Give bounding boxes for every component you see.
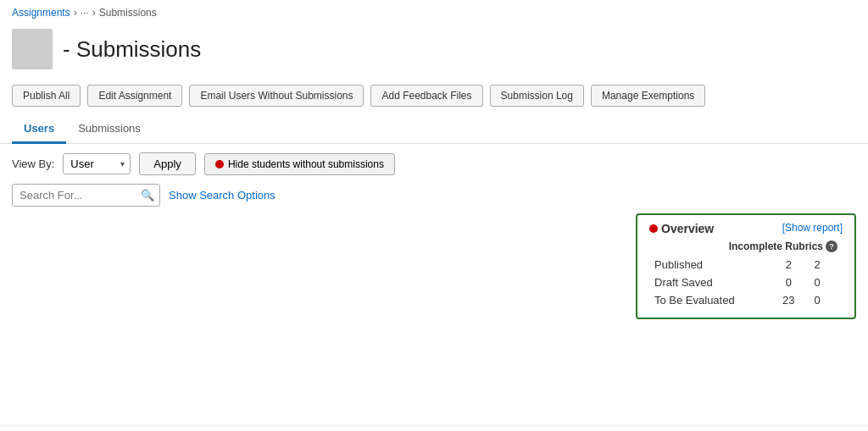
view-by-select-wrapper: User Group ▾	[63, 153, 131, 174]
manage-exemptions-button[interactable]: Manage Exemptions	[591, 85, 705, 107]
show-report-link[interactable]: [Show report]	[782, 222, 843, 234]
search-row: 🔍 Show Search Options	[0, 180, 868, 213]
breadcrumb-assignments-link[interactable]: Assignments	[12, 7, 70, 19]
overview-row-draft: Draft Saved 0 0	[649, 274, 843, 291]
view-by-select[interactable]: User Group	[63, 153, 131, 174]
main-content-area: Overview [Show report] Overview Incomple…	[0, 213, 868, 323]
breadcrumb-ellipsis: ···	[81, 7, 89, 19]
toolbar: Publish All Edit Assignment Email Users …	[0, 78, 868, 113]
overview-tobe-label: To Be Evaluated	[649, 291, 773, 309]
submission-log-button[interactable]: Submission Log	[490, 85, 584, 107]
search-input[interactable]	[12, 184, 160, 207]
add-feedback-button[interactable]: Add Feedback Files	[370, 85, 482, 107]
publish-all-button[interactable]: Publish All	[12, 85, 81, 107]
overview-draft-label: Draft Saved	[649, 274, 773, 291]
filter-row: View By: User Group ▾ Apply Hide student…	[0, 144, 868, 180]
overview-tobe-incomplete: 0	[804, 291, 843, 309]
page-title-row: - Submissions	[0, 25, 868, 78]
overview-table: Published 2 2 Draft Saved 0 0 To Be Eval…	[649, 256, 843, 309]
overview-row-tobe: To Be Evaluated 23 0	[649, 291, 843, 309]
overview-col-headers: Overview Incomplete Rubrics ?	[649, 240, 843, 256]
email-users-button[interactable]: Email Users Without Submissions	[189, 85, 364, 107]
search-input-wrapper: 🔍	[12, 184, 160, 207]
edit-assignment-button[interactable]: Edit Assignment	[87, 85, 182, 107]
overview-published-incomplete: 2	[804, 256, 843, 274]
overview-tobe-count: 23	[773, 291, 804, 309]
search-icon: 🔍	[141, 189, 154, 202]
users-tab[interactable]: Users	[12, 115, 66, 144]
hide-students-button[interactable]: Hide students without submissions	[204, 153, 395, 175]
hide-students-label: Hide students without submissions	[228, 158, 384, 170]
hide-students-indicator-icon	[215, 160, 224, 169]
overview-published-label: Published	[649, 256, 773, 274]
tabs-container: Users Submissions	[0, 115, 868, 144]
apply-button[interactable]: Apply	[139, 152, 196, 175]
breadcrumb-sep2: ›	[92, 7, 96, 19]
action-bar: ⬆ Download ✉ Email ✉ Mark as Read ✉ Mark…	[0, 425, 868, 431]
submissions-tab[interactable]: Submissions	[66, 115, 153, 144]
incomplete-rubrics-label: Incomplete Rubrics	[729, 240, 823, 252]
overview-title-row: Overview	[649, 222, 714, 235]
overview-header: Overview [Show report]	[649, 222, 843, 235]
page-title: - Submissions	[63, 36, 201, 63]
overview-draft-incomplete: 0	[804, 274, 843, 291]
breadcrumb: Assignments › ··· › Submissions	[0, 0, 868, 25]
breadcrumb-sep1: ›	[74, 7, 77, 19]
incomplete-rubrics-header: Incomplete Rubrics ?	[729, 240, 837, 252]
overview-red-dot-icon	[649, 224, 658, 233]
overview-draft-count: 0	[773, 274, 804, 291]
overview-row-published: Published 2 2	[649, 256, 843, 274]
breadcrumb-submissions: Submissions	[99, 7, 157, 19]
assignment-avatar	[12, 29, 53, 69]
overview-panel: Overview [Show report] Overview Incomple…	[636, 213, 856, 319]
overview-published-count: 2	[773, 256, 804, 274]
overview-title: Overview	[661, 222, 714, 235]
help-icon[interactable]: ?	[826, 240, 837, 252]
show-search-options-link[interactable]: Show Search Options	[169, 189, 275, 202]
view-by-label: View By:	[12, 157, 54, 170]
